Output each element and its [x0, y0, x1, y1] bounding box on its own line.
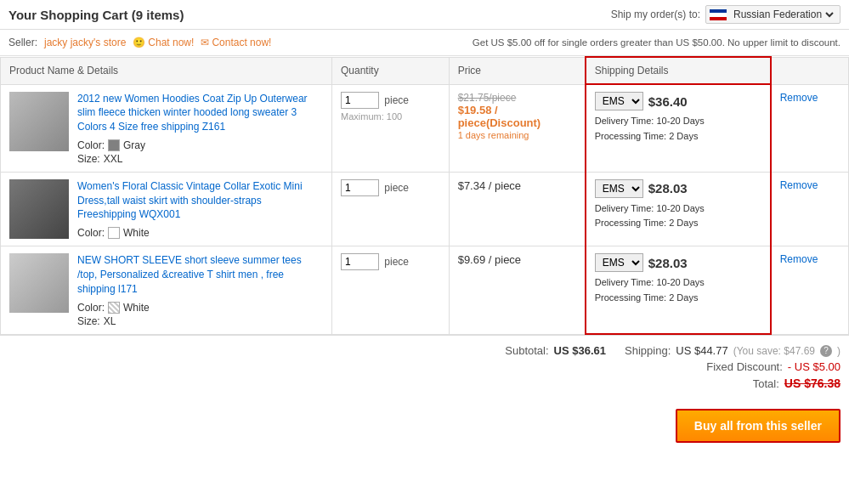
quantity-cell-2: piece — [332, 172, 450, 246]
delivery-time-1: 10-20 Days — [657, 116, 705, 126]
col-header-action — [771, 57, 849, 84]
quantity-unit-2: piece — [384, 182, 409, 194]
product-cell-3: NEW SHORT SLEEVE short sleeve summer tee… — [1, 246, 332, 334]
seller-name-link[interactable]: jacky jacky's store — [44, 37, 126, 48]
product-image-3 — [9, 253, 69, 313]
product-link-1[interactable]: 2012 new Women Hoodies Coat Zip Up Outer… — [77, 92, 323, 134]
shipping-summary-label: Shipping: — [625, 344, 671, 357]
top-bar: Your Shopping Cart (9 items) Ship my ord… — [0, 0, 849, 30]
quantity-max-1: Maximum: 100 — [341, 111, 440, 122]
color-label-3: Color: — [77, 302, 105, 314]
save-label: (You save: $47.69 — [733, 345, 815, 357]
price-original-1: $21.75/piece — [458, 92, 517, 104]
price-cell-1: $21.75/piece $19.58 / piece(Discount) 1 … — [449, 84, 586, 172]
delivery-time-2: 10-20 Days — [657, 203, 705, 213]
size-value-3: XL — [104, 315, 116, 327]
delivery-label-3: Delivery Time: — [595, 277, 654, 287]
seller-label: Seller: — [8, 37, 37, 48]
seller-info: Seller: jacky jacky's store 🙂 Chat now! … — [8, 37, 271, 48]
col-header-product: Product Name & Details — [1, 57, 332, 84]
col-header-quantity: Quantity — [332, 57, 450, 84]
action-cell-3: Remove — [771, 246, 849, 334]
action-cell-1: Remove — [771, 84, 849, 172]
buy-all-button[interactable]: Buy all from this seller — [676, 409, 841, 443]
chat-now-button[interactable]: 🙂 Chat now! — [133, 37, 194, 48]
delivery-label-2: Delivery Time: — [595, 203, 654, 213]
seller-promo: Get US $5.00 off for single orders great… — [473, 37, 841, 48]
ship-to-label: Ship my order(s) to: — [611, 8, 700, 20]
fixed-discount-value: - US $5.00 — [788, 360, 841, 373]
quantity-cell-3: piece — [332, 246, 450, 334]
shipping-summary-value: US $44.77 — [676, 344, 727, 357]
shipping-cell-2: EMS $28.03 Delivery Time: 10-20 Days Pro… — [586, 172, 771, 246]
processing-time-2: 2 Days — [669, 218, 698, 228]
product-image-1 — [9, 92, 69, 151]
processing-time-1: 2 Days — [669, 131, 698, 141]
price-discount-1: $19.58 / piece(Discount) — [458, 104, 576, 129]
price-cell-3: $9.69 / piece — [449, 246, 586, 334]
chat-label: Chat now! — [148, 37, 194, 48]
remove-button-2[interactable]: Remove — [780, 179, 818, 191]
size-value-1: XXL — [104, 153, 123, 165]
product-cell-2: Women's Floral Classic Vintage Collar Ex… — [1, 172, 332, 246]
total-label: Total: — [753, 377, 779, 390]
shipping-price-1: $36.40 — [648, 94, 688, 109]
color-label-2: Color: — [77, 227, 105, 239]
remove-button-1[interactable]: Remove — [780, 92, 818, 104]
seller-bar: Seller: jacky jacky's store 🙂 Chat now! … — [0, 30, 849, 56]
shipping-method-select-2[interactable]: EMS — [595, 179, 643, 198]
color-label-1: Color: — [77, 139, 105, 151]
price-regular-2: $7.34 / piece — [458, 179, 521, 192]
product-link-3[interactable]: NEW SHORT SLEEVE short sleeve summer tee… — [77, 253, 323, 296]
product-details-3: NEW SHORT SLEEVE short sleeve summer tee… — [77, 253, 323, 326]
save-suffix: ) — [837, 345, 841, 357]
quantity-unit-1: piece — [384, 94, 409, 106]
shipping-method-select-1[interactable]: EMS — [595, 92, 643, 110]
subtotal-label: Subtotal: — [505, 344, 548, 357]
page-title: Your Shopping Cart (9 items) — [8, 8, 184, 22]
product-cell-1: 2012 new Women Hoodies Coat Zip Up Outer… — [1, 84, 332, 172]
subtotal-value: US $36.61 — [554, 344, 606, 357]
col-header-shipping: Shipping Details — [586, 57, 771, 84]
processing-label-1: Processing Time: — [595, 131, 666, 141]
fixed-discount-label: Fixed Discount: — [706, 360, 783, 373]
buy-row: Buy all from this seller — [0, 402, 849, 450]
quantity-input-2[interactable] — [341, 179, 379, 196]
delivery-label-1: Delivery Time: — [595, 116, 654, 126]
color-swatch-2 — [108, 227, 120, 239]
flag-icon — [710, 9, 727, 20]
quantity-input-1[interactable] — [341, 92, 379, 109]
table-row: NEW SHORT SLEEVE short sleeve summer tee… — [1, 246, 849, 334]
size-label-1: Size: — [77, 153, 100, 165]
shipping-price-3: $28.03 — [648, 256, 688, 270]
remove-button-3[interactable]: Remove — [780, 253, 818, 265]
action-cell-2: Remove — [771, 172, 849, 246]
color-swatch-1 — [108, 139, 120, 151]
col-header-price: Price — [449, 57, 586, 84]
product-details-1: 2012 new Women Hoodies Coat Zip Up Outer… — [77, 92, 323, 165]
country-selector[interactable]: Russian Federation — [705, 5, 841, 24]
ship-to: Ship my order(s) to: Russian Federation — [611, 5, 841, 24]
cart-table: Product Name & Details Quantity Price Sh… — [0, 56, 849, 335]
help-icon[interactable]: ? — [820, 345, 832, 357]
summary-section: Subtotal: US $36.61 Shipping: US $44.77 … — [0, 335, 849, 402]
shipping-cell-3: EMS $28.03 Delivery Time: 10-20 Days Pro… — [586, 246, 771, 334]
contact-now-button[interactable]: ✉ Contact now! — [201, 37, 271, 48]
shipping-method-select-3[interactable]: EMS — [595, 253, 643, 272]
processing-time-3: 2 Days — [669, 292, 698, 303]
product-link-2[interactable]: Women's Floral Classic Vintage Collar Ex… — [77, 179, 323, 222]
shipping-details-2: Delivery Time: 10-20 Days Processing Tim… — [595, 201, 761, 231]
color-value-1: Gray — [123, 139, 145, 151]
price-regular-3: $9.69 / piece — [458, 253, 521, 266]
product-image-2 — [9, 179, 69, 239]
shipping-price-2: $28.03 — [648, 181, 688, 195]
table-header-row: Product Name & Details Quantity Price Sh… — [1, 57, 849, 84]
shipping-cell-1: EMS $36.40 Delivery Time: 10-20 Days Pro… — [586, 84, 771, 172]
shipping-details-1: Delivery Time: 10-20 Days Processing Tim… — [595, 114, 761, 144]
processing-label-2: Processing Time: — [595, 218, 666, 228]
delivery-time-3: 10-20 Days — [657, 277, 705, 287]
quantity-unit-3: piece — [384, 256, 409, 268]
product-details-2: Women's Floral Classic Vintage Collar Ex… — [77, 179, 323, 239]
quantity-input-3[interactable] — [341, 253, 379, 270]
country-select[interactable]: Russian Federation — [730, 8, 836, 21]
